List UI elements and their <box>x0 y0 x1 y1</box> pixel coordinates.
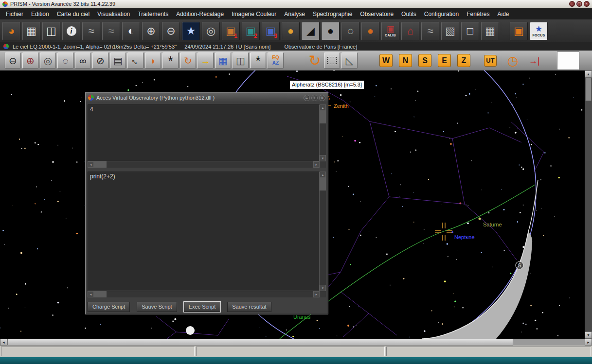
editor-hscrollbar[interactable]: ◄ ► <box>88 291 320 297</box>
starfield-icon[interactable]: ★ <box>182 22 200 40</box>
camera2-icon[interactable]: ▣2 <box>242 22 260 40</box>
menu-fen-tres[interactable]: Fenêtres <box>463 9 493 19</box>
dialog-title-bar[interactable]: Accès Virtual Observatory (Python python… <box>86 93 328 103</box>
output-vscrollbar[interactable]: ▲ ▼ <box>320 104 326 161</box>
scroll-left-icon[interactable]: ◄ <box>0 339 7 346</box>
info-icon[interactable]: i <box>62 22 80 40</box>
menu-traitements[interactable]: Traitements <box>134 9 172 19</box>
script-editor-area[interactable]: print(2+2) <box>88 172 320 291</box>
menu-fichier[interactable]: Fichier <box>2 9 27 19</box>
dialog-maximize-button[interactable]: ▫ <box>311 95 318 101</box>
scroll-down-icon[interactable]: ▼ <box>585 331 592 339</box>
select-area-icon[interactable] <box>324 52 340 69</box>
sphere-icon[interactable]: ◎ <box>40 52 56 69</box>
scroll-thumb[interactable] <box>585 78 592 101</box>
camera-control-icon[interactable]: ▣ <box>510 22 528 40</box>
zoom-out-icon[interactable]: ⊖ <box>162 22 180 40</box>
exec-script-button[interactable]: Exec Script <box>184 302 221 312</box>
menu-carte-du-ciel[interactable]: Carte du ciel <box>53 9 93 19</box>
compass-north-button[interactable]: N <box>399 54 412 67</box>
comet-icon[interactable]: ● <box>322 22 340 40</box>
sauve-script-button[interactable]: Sauve Script <box>137 302 177 312</box>
scroll-up-icon[interactable]: ▲ <box>320 172 326 178</box>
scroll-down-icon[interactable]: ▼ <box>320 285 326 291</box>
scroll-up-icon[interactable]: ▲ <box>585 70 592 78</box>
ephemeris-table-icon[interactable]: ▦ <box>215 52 231 69</box>
scroll-thumb[interactable] <box>320 178 326 191</box>
resize-icon[interactable]: ↔ <box>127 52 144 69</box>
menu-aide[interactable]: Aide <box>494 9 513 19</box>
output-hscrollbar[interactable]: ◄ ► <box>88 161 320 168</box>
curve-icon[interactable]: ≈ <box>82 22 100 40</box>
menu-outils[interactable]: Outils <box>397 9 420 19</box>
eq-az-icon[interactable]: EQAZ <box>268 52 284 69</box>
menu-visualisation[interactable]: Visualisation <box>93 9 134 19</box>
planet-icon[interactable]: ● <box>361 22 379 40</box>
scroll-right-icon[interactable]: ► <box>313 291 320 297</box>
dotted-ring-icon[interactable]: ◌ <box>341 22 359 40</box>
center-field-icon[interactable]: * <box>162 52 179 69</box>
dome-icon[interactable]: ⌂ <box>401 22 419 40</box>
grid-pad-icon[interactable]: ▦ <box>481 22 499 40</box>
spline-icon[interactable]: ≈ <box>102 22 120 40</box>
menu-observatoire[interactable]: Observatoire <box>356 9 397 19</box>
set-square-icon[interactable]: ◺ <box>341 52 358 69</box>
refresh-icon[interactable]: ↻ <box>307 52 323 69</box>
scroll-thumb[interactable] <box>94 291 107 297</box>
scroll-thumb[interactable] <box>94 161 107 168</box>
zoom-in-icon[interactable]: ⊕ <box>142 22 160 40</box>
sky-hscrollbar[interactable]: ◄ ► <box>0 339 592 346</box>
compass-east-button[interactable]: E <box>438 54 451 67</box>
menu-configuration[interactable]: Configuration <box>420 9 463 19</box>
focus-icon[interactable]: ★FOCUS <box>530 22 548 40</box>
compass-south-button[interactable]: S <box>418 54 431 67</box>
menu-edition[interactable]: Edition <box>27 9 53 19</box>
goto-icon[interactable]: → <box>197 52 214 69</box>
menu-analyse[interactable]: Analyse <box>280 9 309 19</box>
dialog-close-button[interactable]: × <box>319 95 325 101</box>
dotted-sphere-icon[interactable]: ◌ <box>57 52 73 69</box>
scroll-left-icon[interactable]: ◄ <box>88 161 94 168</box>
maximize-button[interactable]: ▢ <box>576 1 582 7</box>
cube-icon[interactable]: ▧ <box>441 22 459 40</box>
frame-icon[interactable]: □ <box>461 22 479 40</box>
sky-zoom-in-icon[interactable]: ⊕ <box>22 52 38 69</box>
binoculars-icon[interactable]: ∞ <box>75 52 91 69</box>
contrast-icon[interactable]: ◐ <box>122 22 140 40</box>
histogram-icon[interactable]: ◫ <box>42 22 60 40</box>
save-icon[interactable]: ▦ <box>22 22 40 40</box>
sky-zoom-out-icon[interactable]: ⊖ <box>5 52 21 69</box>
scroll-thumb[interactable] <box>7 339 513 346</box>
disable-icon[interactable]: ⊘ <box>92 52 108 69</box>
menu-spectrographie[interactable]: Spectrographie <box>309 9 356 19</box>
script-output-area[interactable]: 4 <box>88 104 320 161</box>
telescope-icon[interactable]: ◢ <box>302 22 320 40</box>
center-object-icon[interactable]: * <box>250 52 266 69</box>
scroll-thumb[interactable] <box>320 111 326 123</box>
filter-wheel-icon[interactable]: ● <box>282 22 300 40</box>
scroll-right-icon[interactable]: ► <box>313 161 320 168</box>
charge-script-button[interactable]: Charge Script <box>88 302 130 312</box>
sauve-resultat-button[interactable]: Sauve resultat <box>227 302 271 312</box>
minimize-button[interactable]: – <box>569 1 575 7</box>
sky-vscrollbar[interactable]: ▲ ▼ <box>585 70 592 339</box>
prism-logo-icon[interactable]: ◕ <box>2 22 20 40</box>
scroll-down-icon[interactable]: ▼ <box>320 155 326 161</box>
calib-icon[interactable]: ▣CALIB <box>381 22 399 40</box>
export-chart-icon[interactable]: ◫ <box>233 52 249 69</box>
wave-icon[interactable]: ≈ <box>421 22 439 40</box>
scroll-right-icon[interactable]: ► <box>585 339 592 346</box>
scroll-up-icon[interactable]: ▲ <box>320 104 326 111</box>
rotate-field-icon[interactable]: ↻ <box>180 52 196 69</box>
zenith-button[interactable]: Z <box>457 54 470 67</box>
ut-button[interactable]: UT <box>484 55 497 67</box>
menu-imagerie-couleur[interactable]: Imagerie Couleur <box>228 9 280 19</box>
scroll-left-icon[interactable]: ◄ <box>88 291 94 297</box>
compass-west-button[interactable]: W <box>379 54 393 67</box>
camera3-icon[interactable]: ▣3 <box>262 22 280 40</box>
editor-vscrollbar[interactable]: ▲ ▼ <box>320 172 326 291</box>
clock-icon[interactable]: ◷ <box>505 52 520 69</box>
disc-icon[interactable]: ◎ <box>202 22 220 40</box>
camera1-icon[interactable]: ▣1 <box>222 22 240 40</box>
close-button[interactable]: × <box>584 1 590 7</box>
